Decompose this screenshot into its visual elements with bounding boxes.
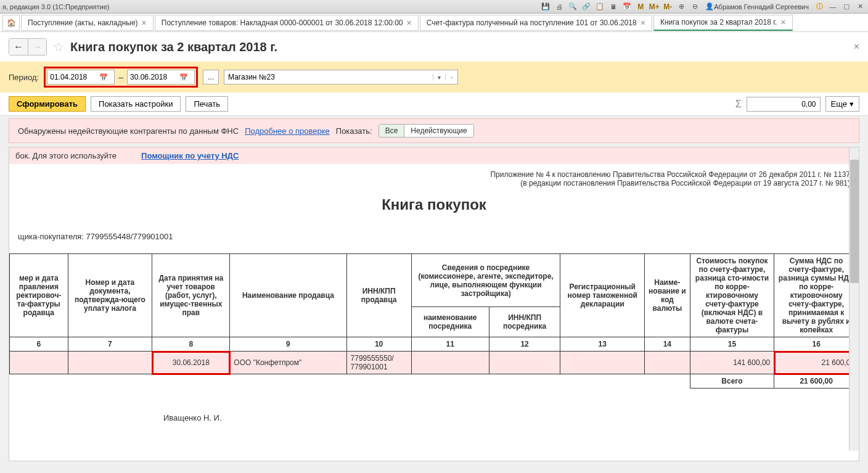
table-colnum-row: 678 91011 121314 1516: [10, 337, 859, 352]
col-6: мер и дата правления ректировоч- та-факт…: [10, 254, 68, 337]
helper-text: бок. Для этого используйте: [15, 151, 117, 160]
cell-cost: 141 600,00: [690, 352, 774, 374]
date-to-input[interactable]: 📅: [127, 70, 195, 84]
table-row[interactable]: 30.06.2018 ООО "Конфетпром" 7799555550/ …: [10, 352, 859, 374]
cell-vat: 21 600,00: [774, 352, 859, 374]
close-icon[interactable]: ×: [780, 17, 785, 27]
warning-bar: Обнаружены недействующие контрагенты по …: [9, 118, 859, 143]
close-page-icon[interactable]: ×: [854, 41, 859, 52]
settings-button[interactable]: Показать настройки: [91, 96, 181, 112]
scrollbar-vertical[interactable]: [849, 147, 859, 451]
col-10: ИНН/КПП продавца: [346, 254, 411, 337]
report-area: бок. Для этого используйте Помощник по у…: [9, 147, 859, 461]
m-icon[interactable]: M: [635, 1, 646, 12]
filter-all-button[interactable]: Все: [379, 125, 404, 137]
sum-input[interactable]: [747, 97, 821, 112]
back-button[interactable]: ←: [9, 39, 28, 55]
print-button[interactable]: Печать: [186, 96, 228, 112]
total-label: Всего: [690, 374, 774, 389]
expand-icon[interactable]: ▫: [445, 74, 457, 81]
home-tab[interactable]: 🏠: [2, 15, 20, 31]
total-row: Всего 21 600,00: [10, 374, 859, 389]
col-9: Наименование продавца: [230, 254, 346, 337]
doc-meta: Приложение № 4 к постановлению Правитель…: [9, 164, 859, 190]
close-icon[interactable]: ×: [142, 18, 147, 28]
col-15: Стоимость покупок по счету-фактуре, разн…: [690, 254, 774, 337]
date-to-field[interactable]: [130, 73, 179, 81]
cell-seller: ООО "Конфетпром": [230, 352, 346, 374]
dash: –: [118, 72, 123, 82]
calendar-icon[interactable]: 📅: [179, 73, 188, 81]
show-label: Показать:: [336, 126, 372, 136]
store-field[interactable]: [224, 73, 433, 81]
col-11: наименование посредника: [411, 307, 489, 337]
clipboard-icon[interactable]: 📋: [594, 1, 605, 12]
cell-date: 30.06.2018: [152, 352, 230, 374]
cell-inn: 7799555550/ 779901001: [346, 352, 411, 374]
page-title: Книга покупок за 2 квартал 2018 г.: [70, 40, 848, 54]
more-button[interactable]: Еще ▾: [825, 96, 859, 112]
close-window-icon[interactable]: ✕: [854, 1, 866, 12]
col-13: Регистрационный номер таможенной деклара…: [560, 254, 645, 337]
col-8: Дата принятия на учет товаров (работ, ус…: [152, 254, 230, 337]
tab-invoice[interactable]: Поступление товаров: Накладная 0000-0000…: [155, 15, 419, 31]
search-icon[interactable]: 🔍: [567, 1, 578, 12]
form-button[interactable]: Сформировать: [9, 96, 86, 112]
helper-row: бок. Для этого используйте Помощник по у…: [9, 147, 859, 164]
doc-info: щика-покупателя: 7799555448/779901001: [9, 232, 859, 253]
filter-inactive-button[interactable]: Недействующие: [404, 125, 473, 137]
store-select[interactable]: ▾ ▫: [224, 70, 458, 84]
action-bar: Сформировать Показать настройки Печать Σ…: [0, 93, 868, 116]
col-12: ИНН/КПП посредника: [489, 307, 560, 337]
print-icon[interactable]: 🖨: [554, 1, 565, 12]
scrollbar-thumb[interactable]: [850, 160, 859, 283]
mminus-icon[interactable]: M-: [662, 1, 673, 12]
date-from-field[interactable]: [50, 73, 99, 81]
calendar-icon[interactable]: 📅: [621, 1, 633, 12]
link-icon[interactable]: 🔗: [581, 1, 592, 12]
titlebar: я, редакция 3.0 (1С:Предприятие) 💾 🖨 🔍 🔗…: [0, 0, 868, 14]
period-label: Период:: [9, 73, 39, 82]
period-bar: Период: 📅 – 📅 ... ▾ ▫: [0, 62, 868, 93]
zoomout-icon[interactable]: ⊖: [689, 1, 700, 12]
warning-link[interactable]: Подробнее о проверке: [245, 126, 330, 136]
period-highlight: 📅 – 📅: [44, 67, 198, 88]
titlebar-icons: 💾 🖨 🔍 🔗 📋 🖩 📅 M M+ M- ⊕ ⊖ 👤 Абрамов Генн…: [540, 1, 866, 12]
tabbar: 🏠 Поступление (акты, накладные)× Поступл…: [0, 14, 868, 32]
helper-link[interactable]: Помощник по учету НДС: [141, 151, 239, 160]
total-value: 21 600,00: [774, 374, 859, 389]
mplus-icon[interactable]: M+: [649, 1, 660, 12]
maximize-icon[interactable]: ▢: [841, 1, 852, 12]
calendar-icon[interactable]: 📅: [99, 73, 108, 81]
report-table: мер и дата правления ректировоч- та-факт…: [9, 253, 859, 389]
minimize-icon[interactable]: —: [827, 1, 838, 12]
col-7: Номер и дата документа, подтвержда-ющего…: [68, 254, 152, 337]
close-icon[interactable]: ×: [407, 18, 412, 28]
forward-button[interactable]: →: [28, 39, 46, 55]
warning-text: Обнаружены недействующие контрагенты по …: [18, 126, 239, 136]
close-icon[interactable]: ×: [641, 18, 645, 28]
calc-icon[interactable]: 🖩: [608, 1, 619, 12]
tab-invoice-received[interactable]: Счет-фактура полученный на поступление 1…: [420, 15, 652, 31]
favorite-icon[interactable]: ☆: [53, 39, 64, 54]
zoomin-icon[interactable]: ⊕: [676, 1, 687, 12]
info-icon[interactable]: ⓘ: [814, 1, 825, 12]
table-header-row: мер и дата правления ректировоч- та-факт…: [10, 254, 859, 307]
save-icon[interactable]: 💾: [540, 1, 551, 12]
nav-buttons: ← →: [9, 38, 47, 56]
footer-name: Иващенко Н. И.: [9, 389, 859, 422]
doc-title: Книга покупок: [9, 190, 859, 232]
date-from-input[interactable]: 📅: [47, 70, 115, 84]
period-select-button[interactable]: ...: [203, 70, 219, 84]
col-14: Наиме-нование и код валюты: [645, 254, 690, 337]
col-11-12-top: Сведения о посреднике (комиссионере, аге…: [411, 254, 560, 307]
chevron-down-icon: ▾: [850, 99, 854, 109]
dropdown-icon[interactable]: ▾: [433, 74, 445, 81]
page-header: ← → ☆ Книга покупок за 2 квартал 2018 г.…: [0, 32, 868, 62]
col-16: Сумма НДС по счету-фактуре, разница сумм…: [774, 254, 859, 337]
user-label[interactable]: 👤 Абрамов Геннадий Сергеевич: [703, 1, 811, 12]
tab-purchase-book[interactable]: Книга покупок за 2 квартал 2018 г.×: [653, 15, 793, 31]
filter-buttons: Все Недействующие: [379, 124, 474, 138]
tab-receipts[interactable]: Поступление (акты, накладные)×: [21, 15, 154, 31]
titlebar-text: я, редакция 3.0 (1С:Предприятие): [2, 3, 540, 10]
